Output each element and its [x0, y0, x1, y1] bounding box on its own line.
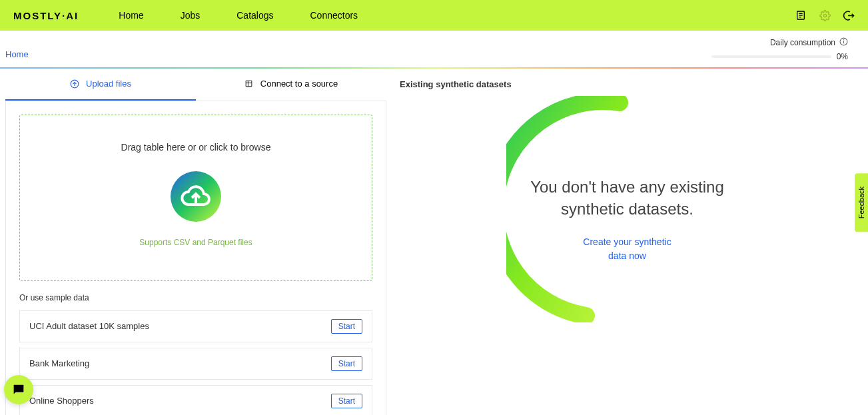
consumption-widget: Daily consumption 0%: [711, 37, 848, 61]
breadcrumb[interactable]: Home: [5, 37, 29, 66]
logo: MOSTLY·AI: [13, 10, 79, 21]
header: MOSTLY·AI Home Jobs Catalogs Connectors: [0, 0, 868, 31]
sample-row: UCI Adult dataset 10K samples Start: [19, 310, 372, 342]
subheader: Home Daily consumption 0%: [0, 31, 868, 67]
nav-jobs[interactable]: Jobs: [181, 10, 201, 21]
sample-row: Online Shoppers Start: [19, 385, 372, 416]
dropzone-subtitle: Supports CSV and Parquet files: [33, 238, 358, 247]
dropzone[interactable]: Drag table here or or click to browse Su…: [19, 115, 372, 281]
consumption-label: Daily consumption: [770, 38, 835, 47]
sample-name: UCI Adult dataset 10K samples: [29, 321, 149, 331]
upload-panel: Drag table here or or click to browse Su…: [5, 101, 386, 416]
empty-message-line1: You don't have any existing: [400, 176, 855, 199]
chat-icon: [11, 382, 26, 397]
right-column: Existing synthetic datasets You don't ha…: [386, 69, 868, 416]
existing-datasets-title: Existing synthetic datasets: [400, 69, 855, 96]
cloud-upload-icon: [171, 171, 221, 222]
sample-row: Bank Marketing Start: [19, 348, 372, 380]
start-button[interactable]: Start: [331, 356, 362, 371]
source-tabs: Upload files Connect to a source: [5, 69, 386, 101]
survey-icon[interactable]: [795, 9, 807, 21]
nav-home[interactable]: Home: [119, 10, 143, 21]
empty-state: You don't have any existing synthetic da…: [400, 96, 855, 263]
database-icon: [244, 79, 254, 89]
tab-connect-source[interactable]: Connect to a source: [196, 69, 386, 101]
nav-catalogs[interactable]: Catalogs: [236, 10, 273, 21]
dropzone-title: Drag table here or or click to browse: [33, 142, 358, 153]
start-button[interactable]: Start: [331, 394, 362, 408]
create-data-link[interactable]: Create your synthetic data now: [574, 235, 681, 263]
sample-data-label: Or use sample data: [19, 293, 372, 302]
tab-connect-label: Connect to a source: [260, 79, 338, 89]
upload-icon: [70, 79, 79, 89]
tab-upload-files[interactable]: Upload files: [5, 69, 196, 101]
header-actions: [795, 9, 855, 21]
chat-button[interactable]: [4, 375, 33, 404]
consumption-value: 0%: [837, 52, 848, 61]
main-content: Upload files Connect to a source Drag ta…: [0, 69, 868, 416]
settings-icon[interactable]: [819, 9, 831, 21]
start-button[interactable]: Start: [331, 319, 362, 334]
left-column: Upload files Connect to a source Drag ta…: [0, 69, 386, 416]
sample-name: Online Shoppers: [29, 396, 94, 406]
sample-name: Bank Marketing: [29, 358, 89, 368]
info-icon[interactable]: [839, 37, 848, 48]
nav-connectors[interactable]: Connectors: [310, 10, 358, 21]
svg-point-4: [823, 14, 826, 17]
logout-icon[interactable]: [843, 9, 855, 21]
main-nav: Home Jobs Catalogs Connectors: [119, 10, 358, 21]
empty-message-line2: synthetic datasets.: [400, 198, 855, 220]
feedback-tab[interactable]: Feedback: [855, 173, 868, 232]
svg-rect-9: [246, 81, 252, 87]
divider: [0, 67, 868, 69]
svg-point-7: [843, 40, 844, 41]
tab-upload-label: Upload files: [86, 79, 131, 89]
consumption-bar: [711, 55, 831, 58]
